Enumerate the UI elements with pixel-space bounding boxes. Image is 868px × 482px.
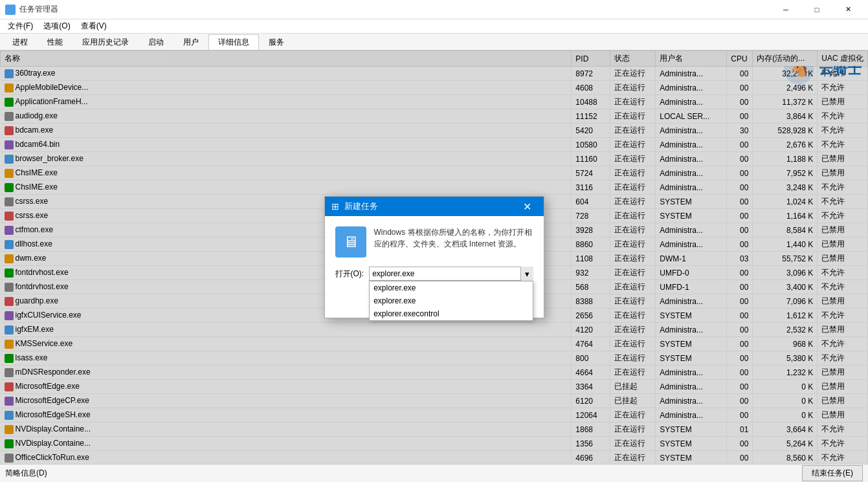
dialog-input-row: 打开(O): ▾ explorer.exe explorer.exe explo… xyxy=(335,267,533,281)
dialog-computer-icon: 🖥 xyxy=(335,226,366,257)
menu-bar: 文件(F) 选项(O) 查看(V) xyxy=(0,19,868,34)
tab-processes[interactable]: 进程 xyxy=(3,34,38,50)
dialog-dropdown-button[interactable]: ▾ xyxy=(520,267,533,281)
dialog-titlebar: ⊞ 新建任务 ✕ xyxy=(325,197,544,216)
app-icon xyxy=(5,5,16,15)
dialog-open-input[interactable] xyxy=(369,267,533,281)
main-content: 🐴 云骑士 名称 PID 状态 用户名 CPU 内存(活动的... UAC 虚拟… xyxy=(0,50,868,464)
tab-performance[interactable]: 性能 xyxy=(38,34,72,50)
close-button[interactable]: ✕ xyxy=(833,0,863,19)
menu-view[interactable]: 查看(V) xyxy=(76,19,112,34)
menu-file[interactable]: 文件(F) xyxy=(3,19,38,34)
window-controls: ─ □ ✕ xyxy=(771,0,863,19)
status-text: 简略信息(D) xyxy=(5,468,47,479)
dialog-dropdown-list: explorer.exe explorer.exe explorer.execo… xyxy=(369,281,533,321)
tabs-bar: 进程 性能 应用历史记录 启动 用户 详细信息 服务 xyxy=(0,34,868,50)
end-task-button[interactable]: 结束任务(E) xyxy=(802,465,863,481)
menu-options[interactable]: 选项(O) xyxy=(38,19,75,34)
tab-users[interactable]: 用户 xyxy=(173,34,208,50)
window-title: 任务管理器 xyxy=(19,4,58,15)
dropdown-item-2[interactable]: explorer.execontrol xyxy=(370,307,532,320)
title-bar: 任务管理器 ─ □ ✕ xyxy=(0,0,868,19)
dialog-overlay: ⊞ 新建任务 ✕ 🖥 Windows 将根据你所键入的名称，为你打开相应的程序、… xyxy=(0,50,868,464)
dialog-input-wrap: ▾ explorer.exe explorer.exe explorer.exe… xyxy=(369,267,533,281)
dropdown-item-0[interactable]: explorer.exe xyxy=(370,281,532,294)
tab-details[interactable]: 详细信息 xyxy=(208,34,259,50)
tab-startup[interactable]: 启动 xyxy=(139,34,173,50)
dialog-title: 新建任务 xyxy=(344,201,378,212)
dialog-open-label: 打开(O): xyxy=(335,268,364,279)
dialog-title-icon: ⊞ xyxy=(331,201,339,212)
dialog-description: 🖥 Windows 将根据你所键入的名称，为你打开相应的程序、文件夹、文档或 I… xyxy=(335,226,533,257)
dialog-description-text: Windows 将根据你所键入的名称，为你打开相应的程序、文件夹、文档或 Int… xyxy=(374,226,533,250)
minimize-button[interactable]: ─ xyxy=(771,0,801,19)
bottom-bar: 简略信息(D) 结束任务(E) xyxy=(0,464,868,482)
tab-app-history[interactable]: 应用历史记录 xyxy=(72,34,139,50)
dialog-close-button[interactable]: ✕ xyxy=(518,197,537,216)
dialog-body: 🖥 Windows 将根据你所键入的名称，为你打开相应的程序、文件夹、文档或 I… xyxy=(325,216,544,318)
new-task-dialog: ⊞ 新建任务 ✕ 🖥 Windows 将根据你所键入的名称，为你打开相应的程序、… xyxy=(324,196,544,318)
maximize-button[interactable]: □ xyxy=(802,0,832,19)
tab-services[interactable]: 服务 xyxy=(259,34,294,50)
dropdown-item-1[interactable]: explorer.exe xyxy=(370,294,532,307)
